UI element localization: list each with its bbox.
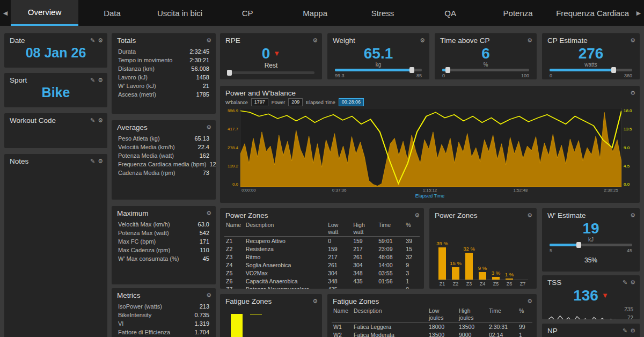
zone-table-row: Z3Ritmo217 26148:0832 xyxy=(224,253,420,261)
tile-title: W' Estimate xyxy=(547,211,586,219)
gear-icon[interactable]: ⚙ xyxy=(630,327,635,334)
tile-title: Time above CP xyxy=(440,36,490,45)
slider-handle[interactable] xyxy=(409,67,414,73)
cp-estimate-value: 276 xyxy=(542,46,640,61)
tile-title: Sport xyxy=(10,76,27,84)
gear-icon[interactable]: ⚙ xyxy=(630,37,635,44)
edit-icon[interactable]: ✎ xyxy=(90,117,95,124)
gear-icon[interactable]: ⚙ xyxy=(206,124,211,131)
legend-wbal-label: W'balance xyxy=(225,100,248,105)
legend-wbal-value: 1797 xyxy=(251,98,268,106)
gear-icon[interactable]: ⚙ xyxy=(414,212,420,219)
gear-icon[interactable]: ⚙ xyxy=(630,279,635,286)
edit-icon[interactable]: ✎ xyxy=(90,77,95,84)
gear-icon[interactable]: ⚙ xyxy=(630,90,635,97)
gear-icon[interactable]: ⚙ xyxy=(420,37,425,44)
gear-icon[interactable]: ⚙ xyxy=(98,158,103,165)
tile-title: NP xyxy=(547,327,558,335)
metric-row: VI1.319 xyxy=(112,320,216,328)
legend-power-label: Power xyxy=(272,100,286,105)
zone-table-row: Z1Recupero Attivo0 15959:0139 xyxy=(224,237,420,245)
w-estimate-slider[interactable] xyxy=(550,244,632,246)
rpe-value: 0 xyxy=(262,46,270,61)
zone-bar: 9 % xyxy=(478,265,487,280)
metric-row: Durata2:32:45 xyxy=(112,48,216,56)
dashboard-overview: ◀ OverviewDataUscita in biciCPMappaStres… xyxy=(0,0,644,337)
slider-max: 45 xyxy=(627,248,632,253)
metric-row: Lavoro (kJ)1458 xyxy=(112,74,216,82)
zone-table-row: W1Fatica Leggera18000 135002:30:3199 xyxy=(332,323,532,331)
slider-handle[interactable] xyxy=(576,242,581,248)
tile-title: TSS xyxy=(547,279,561,287)
slider-handle[interactable] xyxy=(611,67,616,73)
sport-value: Bike xyxy=(4,85,107,99)
gear-icon[interactable]: ⚙ xyxy=(527,37,532,44)
gear-icon[interactable]: ⚙ xyxy=(527,212,532,219)
cp-estimate-slider[interactable] xyxy=(550,69,632,71)
edit-icon[interactable]: ✎ xyxy=(623,327,627,334)
slider-handle[interactable] xyxy=(227,70,232,76)
edit-icon[interactable]: ✎ xyxy=(623,279,627,286)
zones-bar-chart: 39 % 15 % 32 % 9 % 3 % 1 % xyxy=(438,228,528,280)
metric-row: Distanza (km)56.008 xyxy=(112,65,216,74)
rpe-slider[interactable] xyxy=(228,71,314,74)
chart-legend: W'balance 1797 Power 209 Elapsed Time 00… xyxy=(225,98,634,106)
w-estimate-percent: 35% xyxy=(542,257,640,264)
tab-frequenza-cardiaca[interactable]: Frequenza Cardiaca xyxy=(552,0,633,26)
tile-metrics: Metrics ⚙ IsoPower (watts)213BikeIntensi… xyxy=(112,288,216,337)
scroll-left-icon[interactable]: ◀ xyxy=(0,0,11,26)
gear-icon[interactable]: ⚙ xyxy=(98,77,103,84)
tab-cp[interactable]: CP xyxy=(214,0,281,26)
tile-title: Power Zones xyxy=(435,211,478,219)
tab-potenza[interactable]: Potenza xyxy=(484,0,552,26)
time-above-cp-value: 6 xyxy=(435,46,537,61)
slider-handle[interactable] xyxy=(445,67,450,73)
gear-icon[interactable]: ⚙ xyxy=(206,37,211,44)
tab-stress[interactable]: Stress xyxy=(349,0,416,26)
gear-icon[interactable]: ⚙ xyxy=(312,298,318,305)
zone-categories: Z1Z2Z3Z4Z5Z6Z7 xyxy=(438,281,528,287)
gear-icon[interactable]: ⚙ xyxy=(98,37,103,44)
tab-uscita-in-bici[interactable]: Uscita in bici xyxy=(146,0,214,26)
tile-notes: Notes ✎⚙ xyxy=(4,154,107,337)
tss-value: 136 xyxy=(573,288,598,303)
zone-table-row: Z4Soglia Anaerobica261 30414:009 xyxy=(224,261,420,269)
gear-icon[interactable]: ⚙ xyxy=(206,292,211,299)
gear-icon[interactable]: ⚙ xyxy=(206,210,211,217)
metric-row: Potenza Max (watt)542 xyxy=(112,229,216,238)
slider-min: 0 xyxy=(442,73,445,78)
tile-title: Metrics xyxy=(117,291,141,299)
tile-tss: TSS ✎⚙ 136▼ 235 72 xyxy=(542,275,640,319)
gear-icon[interactable]: ⚙ xyxy=(312,37,318,44)
tile-title: RPE xyxy=(225,36,240,45)
tss-range-low: 72 xyxy=(627,315,633,319)
chart-canvas[interactable] xyxy=(240,108,622,187)
edit-icon[interactable]: ✎ xyxy=(90,37,95,44)
gear-icon[interactable]: ⚙ xyxy=(527,298,532,305)
metric-row: Tempo in movimento2:30:21 xyxy=(112,56,216,65)
y-axis-left: 556.9417.7278.4139.20.0 xyxy=(223,108,240,187)
x-axis-ticks: 0:00:000:37:361:15:121:52:482:30:25 xyxy=(241,188,618,193)
tab-qa[interactable]: QA xyxy=(416,0,484,26)
edit-icon[interactable]: ✎ xyxy=(90,158,95,165)
scroll-right-icon[interactable]: ▶ xyxy=(633,0,644,26)
gear-icon[interactable]: ⚙ xyxy=(630,212,635,219)
y-axis-right: 18.013.59.04.50.0 xyxy=(622,108,636,187)
tab-overview[interactable]: Overview xyxy=(11,0,78,26)
tab-mappa[interactable]: Mappa xyxy=(281,0,349,26)
trend-down-icon: ▼ xyxy=(273,49,280,57)
fatigue-bar xyxy=(250,314,262,314)
metric-row: Peso Atleta (kg)65.13 xyxy=(112,135,216,143)
slider-max: 360 xyxy=(624,73,632,78)
metric-row: IsoPower (watts)213 xyxy=(112,303,216,311)
tile-w-estimate: W' Estimate ⚙ 19 kJ 545 35% xyxy=(542,208,640,272)
tab-data[interactable]: Data xyxy=(78,0,146,26)
gear-icon[interactable]: ⚙ xyxy=(98,117,103,124)
time-above-cp-slider[interactable] xyxy=(442,69,529,71)
tile-totals: Totals ⚙ Durata2:32:45Tempo in movimento… xyxy=(112,33,216,114)
weight-slider[interactable] xyxy=(335,69,422,71)
zone-bar: 1 % xyxy=(505,272,514,280)
weight-value: 65.1 xyxy=(327,46,429,61)
fatigue-bar xyxy=(231,314,243,337)
metric-row: Ascesa (metri)1785 xyxy=(112,91,216,99)
